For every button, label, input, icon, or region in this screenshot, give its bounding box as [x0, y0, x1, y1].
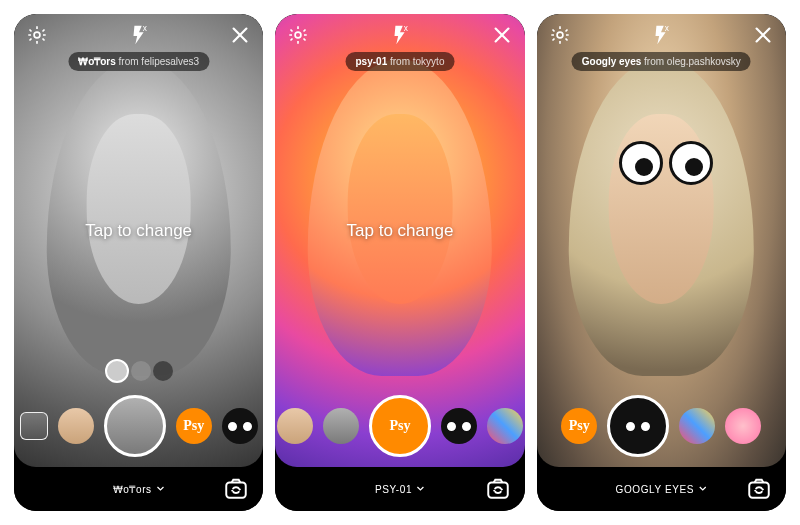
svg-text:x: x	[404, 24, 409, 33]
filter-name-button[interactable]: PSY-01	[375, 484, 425, 495]
svg-text:x: x	[142, 24, 147, 33]
switch-camera-icon[interactable]	[746, 476, 772, 502]
filter-carousel[interactable]: Psy	[275, 395, 524, 457]
filter-chip[interactable]: Psy	[176, 408, 212, 444]
filter-from-word: from	[119, 56, 139, 67]
filter-carousel[interactable]: Psy	[537, 395, 786, 457]
svg-point-3	[295, 32, 301, 38]
gallery-button[interactable]	[20, 412, 48, 440]
svg-text:x: x	[665, 24, 670, 33]
filter-chip-label: Psy	[569, 418, 590, 434]
filter-chip[interactable]	[679, 408, 715, 444]
filter-attribution-pill[interactable]: psy-01 from tokyyto	[346, 52, 455, 71]
filter-chip[interactable]	[441, 408, 477, 444]
settings-gear-icon[interactable]	[287, 24, 309, 46]
chevron-down-icon	[416, 484, 425, 495]
svg-point-6	[557, 32, 563, 38]
filter-author: tokyyto	[413, 56, 445, 67]
filter-name-label: ₩o₸ors	[113, 484, 152, 495]
bottom-bar: GOOGLY EYES	[537, 467, 786, 511]
filter-from-word: from	[644, 56, 664, 67]
filter-chip[interactable]	[58, 408, 94, 444]
filter-from-word: from	[390, 56, 410, 67]
filter-name: psy-01	[356, 56, 388, 67]
shutter-filter-button[interactable]	[104, 395, 166, 457]
camera-viewport[interactable]: x₩o₸ors from felipesalves3Tap to changeP…	[14, 14, 263, 467]
chevron-down-icon	[156, 484, 165, 495]
story-camera-screen: xpsy-01 from tokyytoTap to changePsyPSY-…	[275, 14, 524, 511]
intensity-slider[interactable]	[105, 359, 173, 383]
filter-author: oleg.pashkovsky	[667, 56, 741, 67]
filter-name-button[interactable]: GOOGLY EYES	[616, 484, 707, 495]
filter-carousel[interactable]: Psy	[14, 395, 263, 457]
top-bar: x	[275, 14, 524, 52]
flash-off-icon[interactable]: x	[128, 24, 150, 46]
filter-name-label: GOOGLY EYES	[616, 484, 694, 495]
googly-eye-overlay	[669, 141, 713, 185]
close-icon[interactable]	[229, 24, 251, 46]
settings-gear-icon[interactable]	[26, 24, 48, 46]
filter-chip[interactable]	[487, 408, 523, 444]
filter-chip[interactable]	[277, 408, 313, 444]
flash-off-icon[interactable]: x	[650, 24, 672, 46]
filter-chip-label: Psy	[389, 418, 410, 434]
filter-chip[interactable]	[222, 408, 258, 444]
bottom-bar: ₩o₸ors	[14, 467, 263, 511]
filter-name-button[interactable]: ₩o₸ors	[113, 484, 165, 495]
shutter-filter-button[interactable]	[607, 395, 669, 457]
filter-chip-label: Psy	[183, 418, 204, 434]
googly-eye-overlay	[619, 141, 663, 185]
filter-name: ₩o₸ors	[78, 56, 116, 67]
intensity-dot[interactable]	[131, 361, 151, 381]
tap-to-change-hint[interactable]: Tap to change	[85, 221, 192, 241]
filter-author: felipesalves3	[141, 56, 199, 67]
camera-viewport[interactable]: xGoogly eyes from oleg.pashkovskyPsy	[537, 14, 786, 467]
chevron-down-icon	[698, 484, 707, 495]
svg-rect-8	[749, 483, 769, 498]
flash-off-icon[interactable]: x	[389, 24, 411, 46]
svg-rect-2	[227, 483, 247, 498]
settings-gear-icon[interactable]	[549, 24, 571, 46]
filter-name-label: PSY-01	[375, 484, 412, 495]
shutter-filter-button[interactable]: Psy	[369, 395, 431, 457]
bottom-bar: PSY-01	[275, 467, 524, 511]
close-icon[interactable]	[491, 24, 513, 46]
filter-chip[interactable]: Psy	[561, 408, 597, 444]
switch-camera-icon[interactable]	[485, 476, 511, 502]
filter-chip[interactable]	[725, 408, 761, 444]
svg-rect-5	[488, 483, 508, 498]
camera-viewport[interactable]: xpsy-01 from tokyytoTap to changePsy	[275, 14, 524, 467]
filter-chip[interactable]	[323, 408, 359, 444]
story-camera-screen: xGoogly eyes from oleg.pashkovskyPsyGOOG…	[537, 14, 786, 511]
close-icon[interactable]	[752, 24, 774, 46]
tap-to-change-hint[interactable]: Tap to change	[347, 221, 454, 241]
top-bar: x	[14, 14, 263, 52]
filter-attribution-pill[interactable]: ₩o₸ors from felipesalves3	[68, 52, 209, 71]
switch-camera-icon[interactable]	[223, 476, 249, 502]
intensity-dot[interactable]	[105, 359, 129, 383]
story-camera-screen: x₩o₸ors from felipesalves3Tap to changeP…	[14, 14, 263, 511]
top-bar: x	[537, 14, 786, 52]
filter-name: Googly eyes	[582, 56, 641, 67]
svg-point-0	[34, 32, 40, 38]
intensity-dot[interactable]	[153, 361, 173, 381]
filter-attribution-pill[interactable]: Googly eyes from oleg.pashkovsky	[572, 52, 751, 71]
